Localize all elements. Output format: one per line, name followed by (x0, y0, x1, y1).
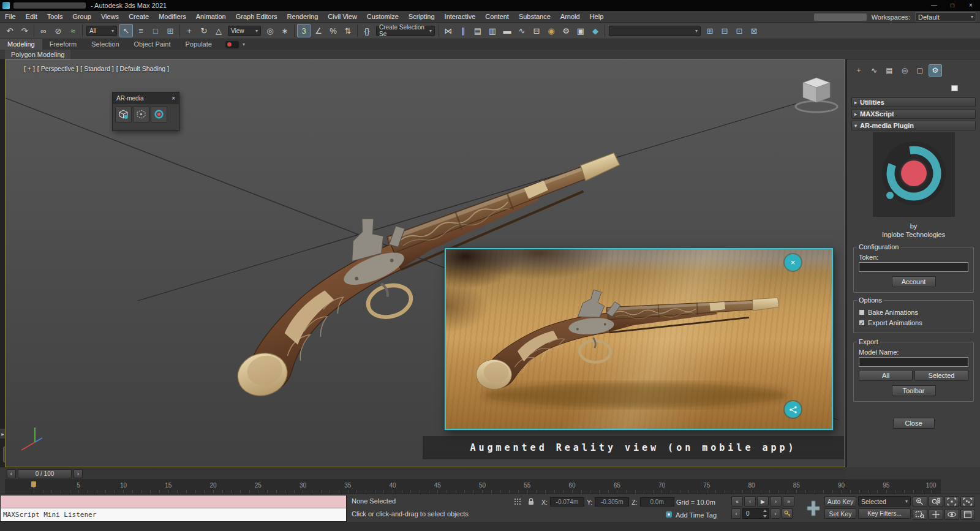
add-time-tag-zone[interactable]: Add Time Tag (665, 511, 717, 519)
account-button[interactable]: Account (892, 276, 936, 287)
rollout-maxscript[interactable]: ▸MAXScript (851, 109, 976, 119)
export-all-button[interactable]: All (859, 370, 913, 381)
render-production-icon[interactable]: ◆ (589, 24, 602, 37)
close-button[interactable]: × (962, 0, 980, 11)
ar-media-palette-titlebar[interactable]: AR-media × (113, 92, 179, 104)
playback-go-to-start-button[interactable]: « (731, 496, 743, 507)
menu-file[interactable]: File (0, 11, 21, 23)
snaps-toggle-icon[interactable]: 3 (297, 24, 311, 37)
zoom-extents-all-icon[interactable] (960, 496, 975, 507)
maximize-viewport-icon[interactable] (960, 509, 975, 520)
trackbar-left-arrow[interactable]: ‹ (7, 469, 16, 478)
open-ribbon-icon[interactable]: ⊡ (733, 24, 746, 37)
rendered-frame-window-icon[interactable]: ▣ (574, 24, 587, 37)
material-editor-icon[interactable]: ◉ (545, 24, 558, 37)
render-setup-icon[interactable]: ⚙ (559, 24, 573, 37)
angle-snap-toggle-icon[interactable]: ∠ (312, 24, 325, 37)
rollup-scrollbar-thumb[interactable] (951, 85, 958, 91)
key-selection-dropdown[interactable]: Selected ▾ (858, 496, 911, 507)
app-icon[interactable] (2, 2, 10, 9)
menu-animation[interactable]: Animation (191, 11, 231, 23)
maximize-button[interactable]: □ (943, 0, 962, 11)
trackbar-right-arrow[interactable]: › (74, 469, 83, 478)
viewport-label-seg-0[interactable]: [ + ] (24, 65, 35, 72)
rectangular-selection-region-icon[interactable]: □ (149, 24, 162, 37)
menu-scripting[interactable]: Scripting (404, 11, 440, 23)
mirror-icon[interactable]: ⋈ (442, 24, 455, 37)
menu-edit[interactable]: Edit (21, 11, 42, 23)
workspace-dropdown[interactable]: Default ▾ (915, 12, 976, 21)
panel-tab-modify[interactable]: ∿ (867, 64, 881, 77)
zoom-extents-icon[interactable] (944, 496, 959, 507)
selection-lock-icon[interactable] (527, 497, 535, 507)
menu-interactive[interactable]: Interactive (440, 11, 481, 23)
open-projects-icon[interactable]: ⊠ (747, 24, 761, 37)
macro-recorder-pane[interactable] (1, 495, 346, 508)
bind-to-space-warp-icon[interactable]: ≈ (66, 24, 80, 37)
frame-forward-button[interactable]: › (771, 508, 780, 519)
ribbon-tab-freeform[interactable]: Freeform (42, 39, 85, 50)
playback-next-frame-button[interactable]: › (770, 496, 782, 507)
z-coordinate-field[interactable]: 0.0m (640, 497, 674, 507)
window-crossing-toggle-icon[interactable]: ⊞ (164, 24, 177, 37)
tab-polygon-modeling[interactable]: Polygon Modeling (5, 50, 70, 59)
toggle-ribbon-icon[interactable]: ▬ (500, 24, 514, 37)
ribbon-tab-selection[interactable]: Selection (84, 39, 126, 50)
rollout-utilities[interactable]: ▸Utilities (851, 97, 976, 107)
select-object-icon[interactable]: ↖ (119, 24, 133, 37)
curve-editor-icon[interactable]: ∿ (515, 24, 529, 37)
menu-graph-editors[interactable]: Graph Editors (231, 11, 282, 23)
frame-back-button[interactable]: ‹ (731, 508, 741, 519)
minimize-button[interactable]: — (925, 0, 943, 11)
menu-substance[interactable]: Substance (514, 11, 556, 23)
select-and-scale-icon[interactable]: △ (212, 24, 225, 37)
ar-export-model-button[interactable] (115, 106, 132, 122)
share-icon[interactable] (785, 401, 801, 418)
toggle-layer-explorer-icon[interactable]: ▥ (486, 24, 499, 37)
x-coordinate-field[interactable]: -0.074m (550, 497, 584, 507)
spinner-snap-toggle-icon[interactable]: ⇅ (341, 24, 355, 37)
pan-icon[interactable] (929, 509, 943, 520)
playback-go-to-end-button[interactable]: » (783, 496, 794, 507)
viewcube[interactable] (796, 78, 837, 112)
select-by-name-icon[interactable]: ≡ (134, 24, 148, 37)
select-and-link-icon[interactable]: ∞ (37, 24, 50, 37)
playback-previous-frame-button[interactable]: ‹ (744, 496, 756, 507)
menu-content[interactable]: Content (480, 11, 514, 23)
unlink-selection-icon[interactable]: ⊘ (51, 24, 65, 37)
export-animations-checkbox[interactable]: ✓ (859, 320, 865, 326)
open-scene-explorer-icon[interactable]: ⊞ (703, 24, 717, 37)
listener-pane[interactable]: MAXScript Mini Listener (1, 508, 346, 521)
schematic-view-icon[interactable]: ⊟ (530, 24, 543, 37)
menu-civil-view[interactable]: Civil View (323, 11, 361, 23)
selection-filter-dropdown[interactable]: All▾ (86, 26, 117, 36)
export-animations-row[interactable]: ✓ Export Animations (859, 317, 968, 328)
perspective-viewport[interactable]: [ + ][ Perspective ][ Standard ][ Defaul… (5, 59, 845, 467)
undo-icon[interactable]: ↶ (3, 24, 17, 37)
ribbon-tab-populate[interactable]: Populate (178, 39, 219, 50)
rollout-ar-media-plugin[interactable]: ▾AR-media Plugin (851, 121, 976, 130)
menu-group[interactable]: Group (67, 11, 96, 23)
toolbar-button[interactable]: Toolbar (892, 385, 936, 396)
ar-media-palette[interactable]: AR-media × (112, 92, 179, 131)
orbit-icon[interactable] (944, 509, 959, 520)
viewport-label-seg-2[interactable]: [ Standard ] (80, 65, 113, 72)
panel-tab-utilities[interactable]: ⚙ (929, 64, 942, 77)
edit-named-selection-sets-icon[interactable]: {} (360, 24, 374, 37)
panel-tab-create[interactable]: + (852, 64, 865, 77)
toggle-scene-explorer-icon[interactable]: ▤ (471, 24, 484, 37)
time-slider[interactable]: 0 / 100 (18, 469, 72, 478)
named-selection-sets-dropdown[interactable]: Create Selection Se▾ (376, 26, 435, 36)
menu-rendering[interactable]: Rendering (282, 11, 323, 23)
reference-coordinate-system-dropdown[interactable]: View▾ (228, 26, 261, 36)
set-key-button[interactable]: Set Key (824, 508, 856, 519)
panel-tab-hierarchy[interactable]: ▤ (883, 64, 896, 77)
track-bar[interactable]: ‹ 0 / 100 › (5, 467, 845, 480)
zoom-icon[interactable] (913, 496, 927, 507)
ribbon-tab-object-paint[interactable]: Object Paint (127, 39, 178, 50)
ribbon-config-arrow-icon[interactable]: ▾ (243, 42, 245, 47)
select-and-move-icon[interactable]: + (183, 24, 196, 37)
isolate-selection-icon[interactable] (513, 497, 522, 507)
menu-customize[interactable]: Customize (362, 11, 404, 23)
playback-play-animation-button[interactable]: ▶ (757, 496, 769, 507)
